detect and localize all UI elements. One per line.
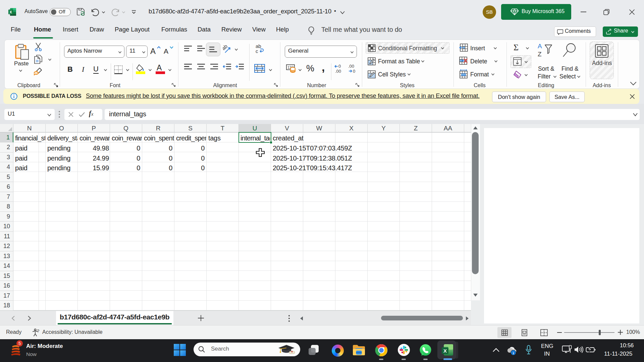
svg-text:0: 0 bbox=[353, 69, 355, 73]
svg-text:i: i bbox=[513, 351, 514, 355]
svg-text:c: c bbox=[256, 48, 258, 54]
svg-text:X: X bbox=[9, 10, 12, 14]
svg-text:?: ? bbox=[37, 328, 39, 334]
svg-text:A: A bbox=[538, 43, 542, 50]
svg-text:0: 0 bbox=[338, 64, 341, 69]
svg-text:X: X bbox=[443, 348, 447, 354]
svg-text:.00: .00 bbox=[335, 69, 341, 73]
svg-text:.00: .00 bbox=[348, 64, 354, 69]
svg-text:Z: Z bbox=[538, 51, 542, 58]
